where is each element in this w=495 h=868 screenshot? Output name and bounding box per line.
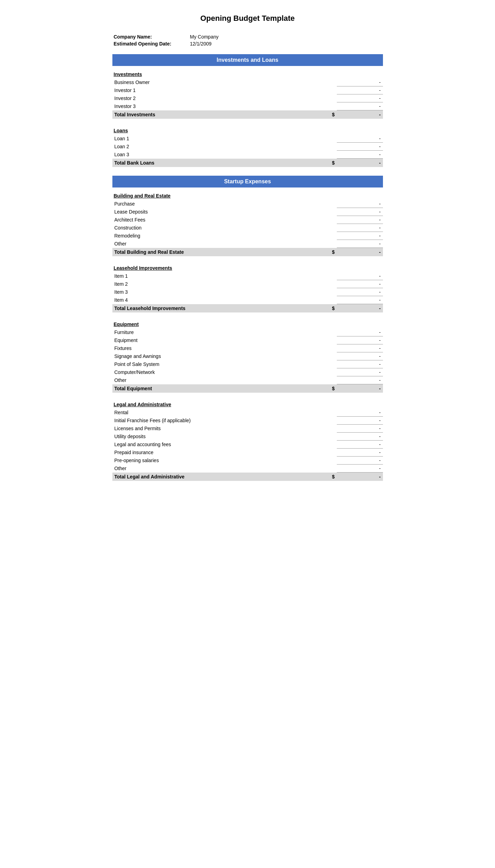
row-currency — [315, 280, 337, 288]
row-label: Point of Sale System — [112, 360, 315, 368]
row-currency — [315, 151, 337, 159]
row-value: - — [337, 280, 383, 288]
total-equipment-value: - — [337, 384, 383, 393]
table-row: Purchase - — [112, 200, 383, 208]
table-row: Other - — [112, 240, 383, 248]
row-value: - — [337, 272, 383, 280]
total-investments-row: Total Investments $ - — [112, 110, 383, 119]
row-currency — [315, 441, 337, 449]
table-row: Investor 3 - — [112, 102, 383, 110]
table-row: Point of Sale System - — [112, 360, 383, 368]
table-row: Loan 1 - — [112, 135, 383, 143]
row-value: - — [337, 433, 383, 441]
row-currency — [315, 143, 337, 151]
leasehold-table: Item 1 - Item 2 - Item 3 - Item 4 - Tota… — [112, 272, 383, 312]
table-row: Prepaid insurance - — [112, 449, 383, 457]
total-legal-value: - — [337, 473, 383, 481]
row-label: Other — [112, 376, 315, 384]
table-row: Licenses and Permits - — [112, 425, 383, 433]
page-title: Opening Budget Template — [112, 14, 383, 23]
investments-loans-section: Investments and Loans Investments Busine… — [112, 54, 383, 167]
leasehold-title: Leasehold Improvements — [112, 263, 383, 272]
table-row: Investor 2 - — [112, 94, 383, 102]
legal-title: Legal and Administrative — [112, 400, 383, 409]
loans-subsection: Loans Loan 1 - Loan 2 - Loan 3 - Total B… — [112, 126, 383, 167]
row-currency — [315, 216, 337, 224]
table-row: Business Owner - — [112, 78, 383, 86]
row-label: Investor 2 — [112, 94, 315, 102]
opening-date-label: Estimated Opening Date: — [112, 40, 189, 47]
total-leasehold-label: Total Leasehold Improvements — [112, 304, 315, 313]
row-currency — [315, 465, 337, 473]
row-label: Other — [112, 465, 315, 473]
row-label: Architect Fees — [112, 216, 315, 224]
table-row: Item 1 - — [112, 272, 383, 280]
row-currency — [315, 352, 337, 360]
row-value: - — [337, 360, 383, 368]
table-row: Investor 1 - — [112, 86, 383, 94]
row-value: - — [337, 102, 383, 110]
row-label: Prepaid insurance — [112, 449, 315, 457]
equipment-subsection: Equipment Furniture - Equipment - Fixtur… — [112, 319, 383, 393]
total-loans-label: Total Bank Loans — [112, 159, 315, 167]
total-equipment-label: Total Equipment — [112, 384, 315, 393]
row-currency — [315, 425, 337, 433]
row-label: Construction — [112, 224, 315, 232]
row-label: Legal and accounting fees — [112, 441, 315, 449]
row-currency — [315, 208, 337, 216]
table-row: Remodeling - — [112, 232, 383, 240]
row-label: Item 4 — [112, 296, 315, 304]
company-name-label: Company Name: — [112, 33, 189, 40]
table-row: Item 2 - — [112, 280, 383, 288]
total-leasehold-row: Total Leasehold Improvements $ - — [112, 304, 383, 313]
row-value: - — [337, 328, 383, 336]
row-currency — [315, 449, 337, 457]
row-currency — [315, 288, 337, 296]
table-row: Other - — [112, 376, 383, 384]
row-value: - — [337, 425, 383, 433]
total-investments-label: Total Investments — [112, 110, 315, 119]
investments-subsection: Investments Business Owner - Investor 1 … — [112, 69, 383, 119]
table-row: Item 3 - — [112, 288, 383, 296]
row-label: Signage and Awnings — [112, 352, 315, 360]
row-value: - — [337, 216, 383, 224]
building-title: Building and Real Estate — [112, 191, 383, 200]
row-currency — [315, 200, 337, 208]
loans-table: Loan 1 - Loan 2 - Loan 3 - Total Bank Lo… — [112, 135, 383, 167]
row-currency — [315, 272, 337, 280]
startup-expenses-section: Startup Expenses Building and Real Estat… — [112, 176, 383, 481]
row-label: Pre-opening salaries — [112, 457, 315, 465]
row-label: Lease Deposits — [112, 208, 315, 216]
row-label: Fixtures — [112, 344, 315, 352]
table-row: Signage and Awnings - — [112, 352, 383, 360]
startup-expenses-header: Startup Expenses — [112, 176, 383, 187]
total-building-value: - — [337, 248, 383, 257]
building-subsection: Building and Real Estate Purchase - Leas… — [112, 191, 383, 256]
total-building-currency: $ — [315, 248, 337, 257]
row-value: - — [337, 240, 383, 248]
row-currency — [315, 360, 337, 368]
row-currency — [315, 328, 337, 336]
total-investments-value: - — [337, 110, 383, 119]
table-row: Equipment - — [112, 336, 383, 344]
row-currency — [315, 409, 337, 417]
row-label: Computer/Network — [112, 368, 315, 376]
row-value: - — [337, 449, 383, 457]
total-loans-value: - — [337, 159, 383, 167]
row-value: - — [337, 288, 383, 296]
total-legal-row: Total Legal and Administrative $ - — [112, 473, 383, 481]
row-currency — [315, 240, 337, 248]
table-row: Rental - — [112, 409, 383, 417]
leasehold-subsection: Leasehold Improvements Item 1 - Item 2 -… — [112, 263, 383, 312]
row-label: Initial Franchise Fees (if applicable) — [112, 417, 315, 425]
row-label: Loan 1 — [112, 135, 315, 143]
table-row: Lease Deposits - — [112, 208, 383, 216]
row-value: - — [337, 78, 383, 86]
table-row: Furniture - — [112, 328, 383, 336]
row-value: - — [337, 143, 383, 151]
total-loans-currency: $ — [315, 159, 337, 167]
row-value: - — [337, 352, 383, 360]
investments-title: Investments — [112, 69, 383, 78]
table-row: Fixtures - — [112, 344, 383, 352]
row-label: Business Owner — [112, 78, 315, 86]
